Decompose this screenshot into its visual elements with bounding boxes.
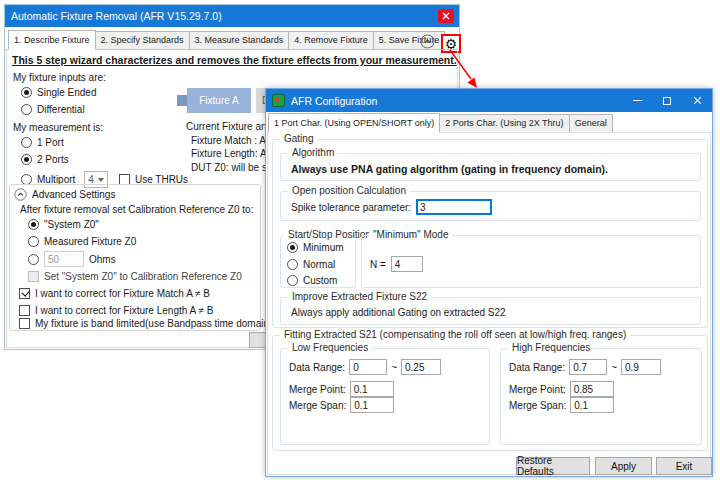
tab-1-port-char[interactable]: 1 Port Char. (Using OPEN/SHORT only) xyxy=(268,113,440,133)
high-data-range-row: Data Range: ~ xyxy=(509,359,661,375)
main-close-button[interactable] xyxy=(438,9,454,23)
high-merge-point-row: Merge Point: xyxy=(509,381,614,397)
merge-span-label: Merge Span: xyxy=(509,400,566,411)
radio-icon xyxy=(287,242,298,253)
collapse-panel-button[interactable] xyxy=(420,34,435,49)
dialog-close-button[interactable] xyxy=(682,89,712,112)
high-range-from-input[interactable] xyxy=(569,359,607,375)
radio-single-ended[interactable]: Single Ended xyxy=(21,87,97,98)
low-data-range-row: Data Range: ~ xyxy=(289,359,441,375)
spike-tolerance-input[interactable] xyxy=(416,199,492,215)
fixture-a-label: Fixture A xyxy=(199,95,238,106)
n-input[interactable] xyxy=(391,256,423,272)
radio-2-ports[interactable]: 2 Ports xyxy=(21,154,69,165)
minimize-button[interactable] xyxy=(622,89,652,112)
radio-label: "System Z0" xyxy=(44,219,99,230)
checkbox-band-limited[interactable]: My fixture is band limited(use Bandpass … xyxy=(19,318,300,329)
advanced-settings-header[interactable]: Advanced Settings xyxy=(14,188,115,201)
data-range-label: Data Range: xyxy=(509,362,565,373)
chevron-down-icon xyxy=(98,178,104,182)
ohms-label: Ohms xyxy=(89,254,116,265)
radio-minimum[interactable]: Minimum xyxy=(287,242,344,253)
radio-icon xyxy=(21,137,32,148)
radio-label: Single Ended xyxy=(37,87,97,98)
radio-label: 2 Ports xyxy=(37,154,69,165)
radio-label: Measured Fixture Z0 xyxy=(44,236,136,247)
chevron-up-circle-icon xyxy=(420,34,435,49)
tab-measure-standards[interactable]: 3. Measure Standards xyxy=(189,31,290,50)
radio-label: Normal xyxy=(303,259,335,270)
ohms-input[interactable] xyxy=(44,251,84,267)
low-range-to-input[interactable] xyxy=(401,359,441,375)
radio-1-port[interactable]: 1 Port xyxy=(21,137,64,148)
radio-differential[interactable]: Differential xyxy=(21,104,85,115)
checkbox-set-system-z0[interactable]: Set "System Z0" to Calibration Reference… xyxy=(28,271,242,282)
minimum-mode-group: "Minimum" Mode N = xyxy=(361,235,701,288)
calibration-ref-label: After fixture removal set Calibration Re… xyxy=(20,204,253,215)
radio-system-z0[interactable]: "System Z0" xyxy=(28,219,99,230)
data-range-label: Data Range: xyxy=(289,362,345,373)
open-position-group: Open position Calculation Spike toleranc… xyxy=(280,191,701,221)
n-label: N = xyxy=(370,259,386,270)
low-merge-span-row: Merge Span: xyxy=(289,397,394,413)
checkbox-correct-fixture-length[interactable]: I want to correct for Fixture Length A ≠… xyxy=(19,305,213,316)
radio-icon xyxy=(21,87,32,98)
checkbox-correct-fixture-match[interactable]: I want to correct for Fixture Match A ≠ … xyxy=(19,288,210,299)
fitting-s21-group: Fitting Extracted S21 (compensating the … xyxy=(272,335,708,451)
wizard-tab-strip: 1. Describe Fixture 2. Specify Standards… xyxy=(5,30,459,50)
afr-configuration-dialog: AFR Configuration 1 Port Char. (Using OP… xyxy=(265,88,713,477)
radio-icon xyxy=(287,259,298,270)
afr-app-icon xyxy=(272,94,285,107)
chevron-up-circle-icon xyxy=(14,188,27,201)
gating-group: Gating Algorithm Always use PNA gating a… xyxy=(272,139,708,328)
checkbox-label: My fixture is band limited(use Bandpass … xyxy=(35,318,300,329)
minimize-icon xyxy=(633,100,642,101)
checkbox-label: I want to correct for Fixture Match A ≠ … xyxy=(35,288,210,299)
config-tab-strip: 1 Port Char. (Using OPEN/SHORT only) 2 P… xyxy=(266,113,712,133)
low-range-from-input[interactable] xyxy=(349,359,387,375)
radio-custom-ohms-row: Ohms xyxy=(28,251,116,267)
dialog-window-controls xyxy=(622,89,712,112)
wizard-heading: This 5 step wizard characterizes and rem… xyxy=(12,54,457,66)
high-frequencies-title: High Frequencies xyxy=(508,342,594,353)
tab-general[interactable]: General xyxy=(569,114,613,133)
tilde-separator: ~ xyxy=(391,362,397,373)
checkbox-icon xyxy=(19,305,30,316)
improve-s22-group-title: Improve Extracted Fixture S22 xyxy=(288,291,431,302)
high-range-to-input[interactable] xyxy=(621,359,661,375)
tab-remove-fixture[interactable]: 4. Remove Fixture xyxy=(288,31,374,50)
open-position-group-title: Open position Calculation xyxy=(288,185,410,196)
low-merge-span-input[interactable] xyxy=(350,397,394,413)
main-title-bar: Automatic Fixture Removal (AFR V15.29.7.… xyxy=(5,5,459,27)
radio-icon xyxy=(21,154,32,165)
checkbox-icon xyxy=(19,288,30,299)
spike-tolerance-label: Spike tolerance parameter: xyxy=(291,202,411,213)
low-merge-point-input[interactable] xyxy=(350,381,394,397)
restore-defaults-button[interactable]: Restore Defaults xyxy=(516,457,590,475)
merge-point-label: Merge Point: xyxy=(509,384,566,395)
fitting-s21-group-title: Fitting Extracted S21 (compensating the … xyxy=(280,329,630,340)
tab-specify-standards[interactable]: 2. Specify Standards xyxy=(95,31,190,50)
merge-point-label: Merge Point: xyxy=(289,384,346,395)
exit-button[interactable]: Exit xyxy=(656,457,712,475)
fixture-inputs-label: My fixture inputs are: xyxy=(13,72,106,83)
radio-label: Minimum xyxy=(303,242,344,253)
merge-span-label: Merge Span: xyxy=(289,400,346,411)
radio-icon[interactable] xyxy=(28,254,39,265)
apply-button[interactable]: Apply xyxy=(595,457,652,475)
radio-custom[interactable]: Custom xyxy=(287,275,337,286)
maximize-button[interactable] xyxy=(652,89,682,112)
radio-measured-fixture-z0[interactable]: Measured Fixture Z0 xyxy=(28,236,136,247)
radio-normal[interactable]: Normal xyxy=(287,259,335,270)
tab-describe-fixture[interactable]: 1. Describe Fixture xyxy=(8,30,96,50)
radio-label: 1 Port xyxy=(37,137,64,148)
close-icon xyxy=(442,12,450,20)
n-value-row: N = xyxy=(370,256,423,272)
high-merge-point-input[interactable] xyxy=(570,381,614,397)
tilde-separator: ~ xyxy=(611,362,617,373)
tab-2-ports-char[interactable]: 2 Ports Char. (Using 2X Thru) xyxy=(439,114,569,133)
high-merge-span-input[interactable] xyxy=(570,397,614,413)
checkbox-label: Set "System Z0" to Calibration Reference… xyxy=(44,271,242,282)
low-merge-point-row: Merge Point: xyxy=(289,381,394,397)
algorithm-group-title: Algorithm xyxy=(288,147,338,158)
